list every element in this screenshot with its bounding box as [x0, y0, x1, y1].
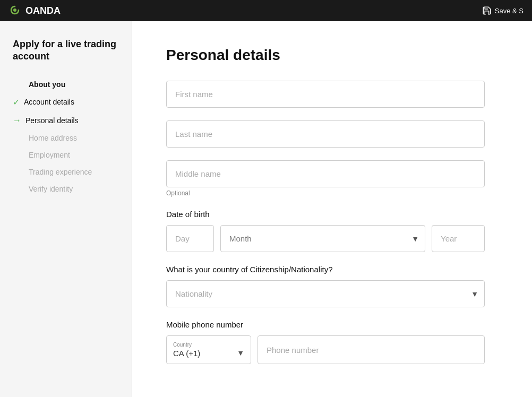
phone-number-input[interactable]	[258, 335, 485, 364]
sidebar-label-personal-details: Personal details	[25, 116, 79, 125]
main-content: Personal details Optional Date of birth	[132, 21, 532, 397]
sidebar-item-account-details[interactable]: ✓ Account details	[13, 97, 119, 107]
phone-group: Mobile phone number Country CA (+1) ▼	[166, 320, 498, 364]
year-input[interactable]	[432, 225, 485, 252]
date-day-wrapper	[166, 225, 214, 252]
sidebar-item-about-you: About you	[13, 80, 119, 89]
svg-point-0	[13, 8, 16, 12]
date-of-birth-group: Date of birth Month January February Mar…	[166, 210, 498, 252]
save-icon	[482, 6, 492, 15]
save-button[interactable]: Save & S	[482, 6, 524, 15]
sidebar-label-about-you: About you	[29, 80, 65, 89]
page-wrapper: Apply for a live trading account About y…	[0, 21, 532, 397]
sidebar-label-trading-experience: Trading experience	[29, 168, 92, 176]
sidebar-item-trading-experience[interactable]: Trading experience	[13, 168, 119, 176]
month-select[interactable]: Month January February March April May J…	[220, 225, 425, 252]
sidebar-label-home-address: Home address	[29, 134, 77, 142]
save-label: Save & S	[495, 7, 524, 15]
middle-name-input[interactable]	[166, 160, 485, 187]
optional-label: Optional	[166, 189, 498, 197]
day-input[interactable]	[166, 225, 214, 252]
phone-section-label: Mobile phone number	[166, 320, 498, 329]
last-name-group	[166, 120, 498, 148]
sidebar: Apply for a live trading account About y…	[0, 21, 132, 397]
country-select-row: CA (+1) ▼	[173, 349, 244, 358]
header: OANDA Save & S	[0, 0, 532, 21]
nationality-select[interactable]: Nationality	[166, 280, 485, 307]
logo: OANDA	[8, 4, 61, 17]
phone-row: Country CA (+1) ▼	[166, 335, 485, 364]
logo-text: OANDA	[25, 5, 61, 16]
sidebar-label-verify-identity: Verify identity	[29, 185, 73, 193]
middle-name-group: Optional	[166, 160, 498, 197]
first-name-input[interactable]	[166, 81, 485, 108]
sidebar-item-personal-details[interactable]: → Personal details	[13, 116, 119, 125]
date-year-wrapper	[432, 225, 485, 252]
sidebar-label-employment: Employment	[29, 151, 70, 159]
country-dropdown-arrow-icon: ▼	[237, 349, 244, 357]
check-icon: ✓	[13, 97, 20, 107]
country-label: Country	[173, 342, 244, 348]
sidebar-label-account-details: Account details	[24, 98, 74, 106]
phone-country-wrapper[interactable]: Country CA (+1) ▼	[166, 335, 251, 364]
date-row: Month January February March April May J…	[166, 225, 485, 252]
sidebar-item-home-address[interactable]: Home address	[13, 134, 119, 142]
date-of-birth-label: Date of birth	[166, 210, 498, 219]
sidebar-item-verify-identity[interactable]: Verify identity	[13, 185, 119, 193]
sidebar-title: Apply for a live trading account	[13, 38, 119, 63]
arrow-icon: →	[13, 116, 21, 125]
nationality-wrapper: Nationality ▼	[166, 280, 485, 307]
nav-list: About you ✓ Account details → Personal d…	[13, 80, 119, 193]
oanda-logo-icon	[8, 4, 21, 17]
last-name-input[interactable]	[166, 120, 485, 148]
citizenship-group: What is your country of Citizenship/Nati…	[166, 265, 498, 307]
country-value: CA (+1)	[173, 349, 200, 358]
first-name-group	[166, 81, 498, 108]
date-month-wrapper: Month January February March April May J…	[220, 225, 425, 252]
sidebar-item-employment[interactable]: Employment	[13, 151, 119, 159]
page-title: Personal details	[166, 47, 498, 64]
citizenship-question: What is your country of Citizenship/Nati…	[166, 265, 498, 274]
